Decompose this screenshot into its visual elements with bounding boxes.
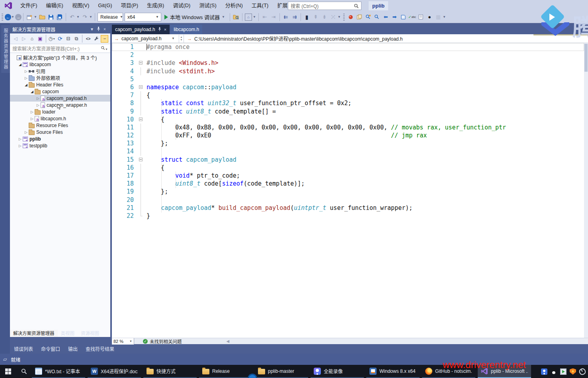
previous-bookmark-icon[interactable]: ⇞ [312,14,319,21]
collapse-all-icon[interactable]: ⊟ [64,35,72,43]
fold-box-icon[interactable] [139,85,143,89]
tree-item-13[interactable]: ▷testpplib [10,142,110,149]
configuration-combo[interactable]: Release▼ [98,13,123,22]
code-line-10[interactable]: 10 { [112,116,584,123]
fold-box-icon[interactable] [139,61,143,65]
clear-bookmarks-icon[interactable]: ⤫ [330,14,337,21]
vertical-scrollbar[interactable] [584,43,588,338]
navigate-back-button[interactable]: ← [5,14,11,20]
find-in-files-icon[interactable] [232,14,240,21]
code-line-13[interactable]: 13 }; [112,139,584,147]
line-indent-icon[interactable]: ⇇ [282,14,289,21]
scrollbar-thumb[interactable] [584,44,588,72]
overflow-dropdown-icon[interactable]: ▼ [253,15,256,19]
bottom-panel-tab-3[interactable]: 查找符号结果 [82,345,118,354]
code-line-4[interactable]: 4#include <stdint.h> [112,67,584,75]
menu-item-6[interactable]: 调试(D) [168,0,195,11]
show-all-files-icon[interactable]: ⧉ [73,35,80,43]
tree-item-6[interactable]: ▷capcom_payload.h [10,95,110,102]
breakpoint-icon[interactable] [347,14,354,21]
taskbar-item-folder-4[interactable]: pplib-master [255,365,308,378]
taskbar-item-word-1[interactable]: WX64进程保护.docx... [88,365,141,378]
solution-explorer-header[interactable]: 解决方案资源管理器 ▼ × [10,25,110,33]
redo-dropdown-icon[interactable]: ▼ [89,15,92,19]
close-icon[interactable]: × [164,27,166,32]
line-outdent-icon[interactable]: ⇉ [291,14,298,21]
pin-icon[interactable] [158,27,161,32]
code-line-2[interactable]: 2 [112,51,584,59]
scope-dropdown[interactable]: → capcom_payload.h ▼ [112,34,179,43]
code-line-7[interactable]: 7{ [112,91,584,99]
hscroll-left-arrow-icon[interactable]: ◀ [227,339,230,343]
fold-margin[interactable] [137,156,147,164]
code-line-3[interactable]: 3#include <Windows.h> [112,59,584,67]
save-all-icon[interactable] [56,14,63,21]
tree-collapsed-arrow-icon[interactable]: ▷ [23,76,29,80]
tree-item-7[interactable]: ▷capcom_wrapper.h [10,102,110,108]
taskbar-item-recorder-5[interactable]: 全能录像 [311,365,364,378]
forward-icon[interactable]: ▷ [20,35,28,43]
start-debugging-button[interactable]: 本地 Windows 调试器 ▼ [164,13,226,21]
bottom-panel-tab-2[interactable]: 输出 [64,345,82,354]
qq-tray-icon[interactable] [551,368,557,375]
nav-right-blue-icon[interactable]: ➡ [391,14,398,21]
menu-item-5[interactable]: 生成(B) [143,0,168,11]
fold-margin[interactable] [137,83,147,91]
menu-item-3[interactable]: Git(G) [94,0,116,11]
fold-margin[interactable] [137,59,147,67]
pin-icon[interactable] [95,27,102,32]
refresh-icon[interactable]: ⟳ [57,35,64,43]
document-tab-1[interactable]: libcapcom.h [170,25,202,34]
menu-item-4[interactable]: 项目(P) [117,0,143,11]
zoom-level-combo[interactable]: 82 %▼ [112,338,134,345]
taskbar-search-button[interactable] [16,368,32,374]
undo-dropdown-icon[interactable]: ▼ [76,15,80,19]
overflow-dropdown-icon[interactable]: ▼ [338,15,341,19]
code-line-18[interactable]: 18 uint8_t code[sizeof(code_template)]; [112,180,584,188]
pending-changes-filter-icon[interactable]: ◷▼ [48,35,56,43]
tree-item-12[interactable]: ▷pplib [10,135,110,142]
mouse-tray-icon[interactable] [578,367,587,376]
tree-item-5[interactable]: ◢capcom [10,88,110,95]
undo-icon[interactable]: ↶ [68,14,76,21]
server-explorer-vertical-tab[interactable]: 服务器资源管理器 [1,25,10,73]
menu-item-9[interactable]: 工具(T) [247,0,273,11]
code-line-19[interactable]: 19 }; [112,188,584,196]
copy-document-icon[interactable] [356,14,363,21]
code-line-1[interactable]: 1#pragma once [112,43,584,51]
tree-expanded-arrow-icon[interactable]: ◢ [29,90,35,94]
tree-expanded-arrow-icon[interactable]: ◢ [23,83,29,87]
tree-item-10[interactable]: Resource Files [10,122,110,129]
navigate-forward-small-icon[interactable]: ⇥ [270,14,277,21]
save-mini-icon[interactable] [400,14,407,21]
menu-item-0[interactable]: 文件(F) [16,0,42,11]
firewall-shield-tray-icon[interactable] [570,368,576,375]
solution-explorer-search[interactable]: 搜索解决方案资源管理器(Ctrl+;) ▼ [10,44,110,53]
code-line-20[interactable]: 20 [112,196,584,204]
menu-item-2[interactable]: 视图(V) [68,0,94,11]
taskbar-item-folder-2[interactable]: 快捷方式 [143,365,197,378]
tree-item-11[interactable]: ▷Source Files [10,129,110,135]
zoom-out-icon[interactable] [373,14,381,21]
navigate-backward-small-icon[interactable]: ⇤ [261,14,268,21]
taskbar-item-folder-3[interactable]: Release [199,365,252,378]
open-folder-icon[interactable] [39,14,46,21]
overflow-dropdown-icon[interactable]: ▼ [443,15,446,19]
new-item-dropdown-icon[interactable]: ▼ [34,15,37,19]
fold-margin[interactable] [137,116,147,123]
preview-selected-items-icon[interactable]: − [101,35,108,43]
tree-item-0[interactable]: 解决方案"pplib"(3 个项目，共 3 个) [10,54,110,61]
tree-collapsed-arrow-icon[interactable]: ▷ [18,137,23,141]
bottom-panel-tab-1[interactable]: 命令窗口 [37,345,64,354]
panel-tab-2[interactable]: 资源视图 [78,330,102,337]
solution-explorer-home-icon[interactable]: ⌂ [245,14,252,21]
view-code-icon[interactable]: <> [84,35,92,43]
panel-tab-0[interactable]: 解决方案资源管理器 [10,330,58,337]
nav-spinner[interactable]: ▲▼ [179,35,184,43]
switch-views-icon[interactable]: ▣ [37,35,44,43]
new-project-icon[interactable] [26,14,33,21]
code-line-16[interactable]: 16 { [112,164,584,172]
taskbar-item-notepad-0[interactable]: *WO.txt - 记事本 [32,365,85,378]
tree-collapsed-arrow-icon[interactable]: ▷ [23,69,29,73]
code-line-6[interactable]: 6namespace capcom::payload [112,83,584,91]
